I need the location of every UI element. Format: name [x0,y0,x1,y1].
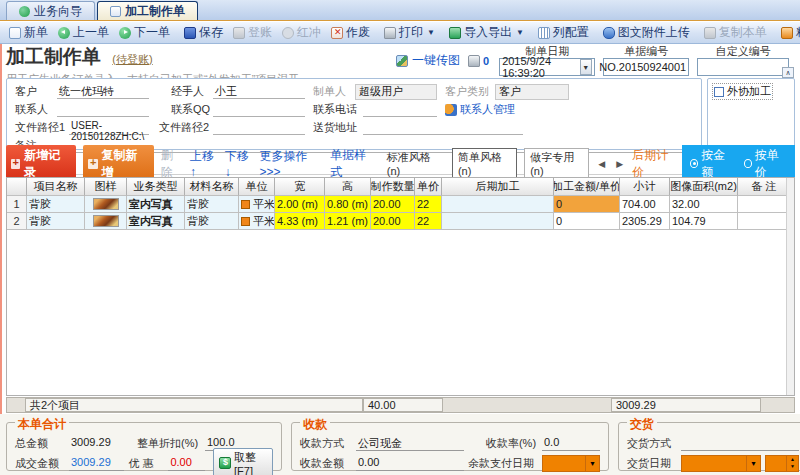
spin-up-icon[interactable]: ▲ [787,456,798,464]
cell-unit[interactable]: 平米 [239,213,275,230]
cell-fee[interactable]: 0 [554,213,620,230]
price-by-unit-radio[interactable]: 按单价 [744,147,787,181]
column-header-qty[interactable]: 制作数量 [371,178,415,196]
cell-material[interactable]: 背胶 [185,196,239,213]
tab-business-wizard[interactable]: 业务向导 [6,1,95,20]
cell-image[interactable] [85,196,127,213]
item-thumbnail[interactable] [93,215,119,227]
scroll-right-icon[interactable]: ▶ [614,159,625,169]
cell-subtotal[interactable]: 2305.29 [620,213,670,230]
path1-input[interactable]: USER-20150128ZH:C:\ [69,120,149,135]
contact-manager-link[interactable]: 联系人管理 [445,102,515,117]
handler-input[interactable]: 小王 [213,84,305,99]
cell-price[interactable]: 22 [415,196,442,213]
cell-area[interactable]: 32.00 [670,196,738,213]
outsource-checkbox[interactable]: 外协加工 [712,83,773,100]
toolbar-button-save[interactable]: 保存 [179,23,228,42]
date-dropdown-button[interactable]: ▼ [580,59,593,75]
cell-price[interactable]: 22 [415,213,442,230]
path2-input[interactable] [213,120,305,135]
column-header-width[interactable]: 宽 [275,178,325,196]
grid-scrollbar[interactable] [786,178,794,395]
dropdown-arrow-icon[interactable]: ▼ [585,456,599,471]
phone-input[interactable] [363,102,437,117]
toolbar-button-paste[interactable]: 粘贴截图 [776,23,800,42]
cell-num[interactable]: 1 [7,196,27,213]
column-header-name[interactable]: 项目名称 [27,178,85,196]
column-header-area[interactable]: 图像面积(m2) [670,178,738,196]
round-button[interactable]: 取整[F7] [213,448,273,475]
toolbar-button-doc-new[interactable]: 新单 [4,23,53,42]
cell-post[interactable] [442,196,554,213]
one-key-upload-link[interactable]: 一键传图 [396,52,460,69]
cell-height[interactable]: 1.21 (m) [325,213,371,230]
spin-down-icon[interactable]: ▼ [787,463,798,471]
style-simple-tab[interactable]: 简单风格(n) [452,148,517,179]
item-thumbnail[interactable] [93,198,119,210]
cell-image[interactable] [85,213,127,230]
order-date-field[interactable]: 2015/9/24 16:39:20 ▼ [499,58,595,76]
style-text-tab[interactable]: 做字专用(n) [524,148,589,179]
cell-fee[interactable]: 0 [554,196,620,213]
order-style-button[interactable]: 单据样式 [330,147,374,181]
delivery-date-select[interactable]: ▼ [681,455,761,472]
toolbar-button-void[interactable]: 作废 [326,23,375,42]
collapse-icon[interactable]: ∧ [782,67,794,78]
move-up-button[interactable]: 上移↑ [190,148,218,179]
cell-qty[interactable]: 20.00 [371,196,415,213]
column-header-unit[interactable]: 单位 [239,178,275,196]
contact-input[interactable] [57,102,149,117]
tab-processing-order[interactable]: 加工制作单 [97,1,198,20]
delivery-time-spinner[interactable]: ▲▼ [765,455,799,472]
cell-width[interactable]: 2.00 (m) [275,196,325,213]
customer-input[interactable]: 统一优玛特 [57,84,149,99]
column-header-subtotal[interactable]: 小计 [620,178,670,196]
move-down-button[interactable]: 下移↓ [225,148,253,179]
scroll-left-icon[interactable]: ◀ [596,159,607,169]
payment-rate-input[interactable]: 0.0 [542,436,600,451]
toolbar-button-columns[interactable]: 列配置 [533,23,594,42]
cell-area[interactable]: 104.79 [670,213,738,230]
address-input[interactable] [363,120,523,135]
column-header-post[interactable]: 后期加工 [442,178,554,196]
off-input[interactable]: 0.00 [168,456,205,471]
cell-type[interactable]: 室内写真 [127,196,185,213]
toolbar-button-arrow-prev[interactable]: 上一单 [53,23,114,42]
column-header-type[interactable]: 业务类型 [127,178,185,196]
cell-num[interactable]: 2 [7,213,27,230]
toolbar-button-import-export[interactable]: 导入导出▼ [444,23,529,42]
price-by-amount-radio[interactable]: 按金额 [690,147,733,181]
custom-no-input[interactable] [697,58,789,76]
balance-date-select[interactable]: ▼ [542,455,600,472]
printer-icon[interactable] [468,55,480,67]
column-header-price[interactable]: 单价 [415,178,442,196]
payment-method-input[interactable]: 公司现金 [356,436,464,451]
payment-amount-input[interactable]: 0.00 [356,456,464,471]
cell-height[interactable]: 0.80 (m) [325,196,371,213]
qq-input[interactable] [213,102,305,117]
column-header-note[interactable]: 备 注 [738,178,786,196]
cell-material[interactable]: 背胶 [185,213,239,230]
column-header-image[interactable]: 图样 [85,178,127,196]
cell-note[interactable] [738,213,786,230]
column-header-height[interactable]: 高 [325,178,371,196]
deal-amount-input[interactable]: 3009.29 [69,456,124,471]
dropdown-arrow-icon[interactable]: ▼ [746,456,760,471]
cell-note[interactable] [738,196,786,213]
cell-qty[interactable]: 20.00 [371,213,415,230]
cell-unit[interactable]: 平米 [239,196,275,213]
cell-name[interactable]: 背胶 [27,196,85,213]
style-standard-tab[interactable]: 标准风格(n) [382,149,445,178]
toolbar-button-printer[interactable]: 打印▼ [379,23,440,42]
toolbar-button-arrow-next[interactable]: 下一单 [114,23,175,42]
cell-name[interactable]: 背胶 [27,213,85,230]
delivery-method-input[interactable] [681,436,799,451]
cell-type[interactable]: 室内写真 [127,213,185,230]
column-header-num[interactable] [7,178,27,196]
more-actions-button[interactable]: 更多操作>>> [259,148,323,179]
cell-width[interactable]: 4.33 (m) [275,213,325,230]
column-header-material[interactable]: 材料名称 [185,178,239,196]
cell-subtotal[interactable]: 704.00 [620,196,670,213]
cell-post[interactable] [442,213,554,230]
column-header-fee[interactable]: 加工金额/单价 [554,178,620,196]
